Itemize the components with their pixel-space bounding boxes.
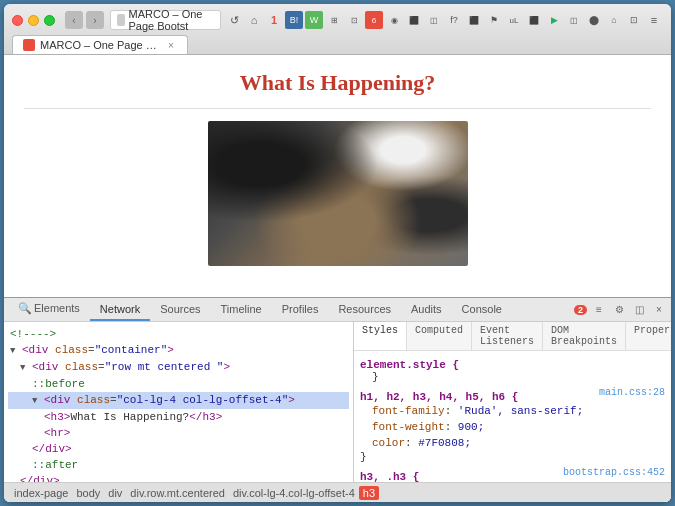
page-heading: What Is Happening? bbox=[240, 70, 436, 96]
styles-tab-dom-bp[interactable]: DOM Breakpoints bbox=[543, 322, 626, 350]
flatlay-image bbox=[208, 121, 468, 266]
adblock-icon[interactable]: 1 bbox=[265, 11, 283, 29]
style-selector-row2: h3, .h3 { bootstrap.css:452 bbox=[360, 467, 665, 482]
breadcrumb-h3[interactable]: h3 bbox=[359, 486, 379, 500]
evernote-icon[interactable]: W bbox=[305, 11, 323, 29]
style-rule-font-weight: font-weight: 900; bbox=[360, 419, 665, 435]
style-block-h3: h3, .h3 { bootstrap.css:452 font-size: 2… bbox=[360, 467, 665, 482]
breadcrumb-bar: index-page body div div.row.mt.centered … bbox=[4, 482, 671, 502]
ext15-icon[interactable]: ⊡ bbox=[625, 11, 643, 29]
breadcrumb-div[interactable]: div bbox=[104, 486, 126, 500]
close-button[interactable] bbox=[12, 15, 23, 26]
ext1-icon[interactable]: ⊞ bbox=[325, 11, 343, 29]
tab-title: MARCO – One Page Bootst bbox=[40, 39, 160, 51]
style-selector-h3: h3, .h3 { bbox=[360, 471, 419, 482]
style-block-close1: } bbox=[360, 371, 665, 383]
style-rule-font-family: font-family: 'Ruda', sans-serif; bbox=[360, 403, 665, 419]
style-file-ref2[interactable]: bootstrap.css:452 bbox=[563, 467, 665, 482]
ext8-icon[interactable]: ⬛ bbox=[465, 11, 483, 29]
dt-resources-tab[interactable]: Resources bbox=[328, 299, 401, 321]
breadcrumb-col[interactable]: div.col-lg-4.col-lg-offset-4 bbox=[229, 486, 359, 500]
tab-bar: MARCO – One Page Bootst × bbox=[12, 35, 663, 54]
window-controls bbox=[12, 15, 55, 26]
browser-window: ‹ › MARCO – One Page Bootst ↺ ⌂ 1 B! W ⊞… bbox=[4, 4, 671, 502]
dom-line-h3[interactable]: <h3>What Is Happening?</h3> bbox=[8, 409, 349, 425]
dt-settings-icon[interactable]: ⚙ bbox=[611, 302, 627, 318]
ext4-icon[interactable]: ◉ bbox=[385, 11, 403, 29]
styles-tab-styles[interactable]: Styles bbox=[354, 322, 407, 350]
styles-panel[interactable]: Styles Computed Event Listeners DOM Brea… bbox=[354, 322, 671, 482]
dom-line-col-selected[interactable]: <div class="col-lg-4 col-lg-offset-4"> bbox=[8, 392, 349, 409]
style-file-ref1[interactable]: main.css:28 bbox=[599, 387, 665, 403]
ext2-icon[interactable]: ⊡ bbox=[345, 11, 363, 29]
dt-dock-icon[interactable]: ◫ bbox=[631, 302, 647, 318]
ext10-icon[interactable]: ⬛ bbox=[525, 11, 543, 29]
dt-audits-tab[interactable]: Audits bbox=[401, 299, 452, 321]
ext9-icon[interactable]: uL bbox=[505, 11, 523, 29]
styles-tab-computed[interactable]: Computed bbox=[407, 322, 472, 350]
devtools-panel: 🔍Elements Network Sources Timeline Profi… bbox=[4, 297, 671, 502]
maximize-button[interactable] bbox=[44, 15, 55, 26]
style-block-headings: h1, h2, h3, h4, h5, h6 { main.css:28 fon… bbox=[360, 387, 665, 463]
tab-favicon bbox=[23, 39, 35, 51]
menu-icon[interactable]: ≡ bbox=[645, 11, 663, 29]
dom-line-before: ::before bbox=[8, 376, 349, 392]
styles-tab-props[interactable]: Properties bbox=[626, 322, 671, 350]
ext13-icon[interactable]: ⬤ bbox=[585, 11, 603, 29]
style-selector-row1: h1, h2, h3, h4, h5, h6 { main.css:28 bbox=[360, 387, 665, 403]
browser-toolbar: ↺ ⌂ 1 B! W ⊞ ⊡ 6 ◉ ⬛ ◫ f? ⬛ ⚑ uL ⬛ ▶ ◫ ⬤… bbox=[225, 11, 663, 29]
devtools-right-actions: 2 ≡ ⚙ ◫ × bbox=[574, 302, 667, 318]
ext11-icon[interactable]: ▶ bbox=[545, 11, 563, 29]
dom-panel[interactable]: <!----> <div class="container"> <div cla… bbox=[4, 322, 354, 482]
styles-content: element.style { } h1, h2, h3, h4, h5, h6… bbox=[354, 351, 671, 482]
nav-buttons: ‹ › bbox=[65, 11, 104, 29]
bookmark-icon[interactable]: B! bbox=[285, 11, 303, 29]
ext6-icon[interactable]: ◫ bbox=[425, 11, 443, 29]
style-rule-color: color: #7F0808; bbox=[360, 435, 665, 451]
dt-sources-tab[interactable]: Sources bbox=[150, 299, 210, 321]
style-block-element: element.style { } bbox=[360, 359, 665, 383]
dt-elements-tab[interactable]: 🔍Elements bbox=[8, 298, 90, 321]
reload-icon[interactable]: ↺ bbox=[225, 11, 243, 29]
error-badge: 2 bbox=[574, 305, 587, 315]
address-text: MARCO – One Page Bootst bbox=[129, 8, 215, 32]
flag-icon[interactable]: ⚑ bbox=[485, 11, 503, 29]
dt-close-icon[interactable]: × bbox=[651, 302, 667, 318]
breadcrumb-body[interactable]: body bbox=[72, 486, 104, 500]
ext7-icon[interactable]: f? bbox=[445, 11, 463, 29]
content-area: What Is Happening? 🔍Elements Network Sou… bbox=[4, 55, 671, 502]
title-bar: ‹ › MARCO – One Page Bootst ↺ ⌂ 1 B! W ⊞… bbox=[4, 4, 671, 55]
ext14-icon[interactable]: ⌂ bbox=[605, 11, 623, 29]
breadcrumb-row[interactable]: div.row.mt.centered bbox=[126, 486, 229, 500]
dt-timeline-tab[interactable]: Timeline bbox=[211, 299, 272, 321]
tab-close-button[interactable]: × bbox=[165, 39, 177, 51]
ext12-icon[interactable]: ◫ bbox=[565, 11, 583, 29]
dt-console-tab[interactable]: Console bbox=[452, 299, 512, 321]
dt-network-tab[interactable]: Network bbox=[90, 299, 150, 321]
back-button[interactable]: ‹ bbox=[65, 11, 83, 29]
forward-button[interactable]: › bbox=[86, 11, 104, 29]
browser-tab-active[interactable]: MARCO – One Page Bootst × bbox=[12, 35, 188, 54]
page-divider bbox=[24, 108, 651, 109]
devtools-tab-bar: 🔍Elements Network Sources Timeline Profi… bbox=[4, 298, 671, 322]
styles-tabs: Styles Computed Event Listeners DOM Brea… bbox=[354, 322, 671, 351]
style-block-close2: } bbox=[360, 451, 665, 463]
dom-line-hr[interactable]: <hr> bbox=[8, 425, 349, 441]
ext3-icon[interactable]: 6 bbox=[365, 11, 383, 29]
dom-line-div-close: </div> bbox=[8, 473, 349, 482]
dt-profiles-tab[interactable]: Profiles bbox=[272, 299, 329, 321]
minimize-button[interactable] bbox=[28, 15, 39, 26]
dom-line-row[interactable]: <div class="row mt centered "> bbox=[8, 359, 349, 376]
devtools-body: <!----> <div class="container"> <div cla… bbox=[4, 322, 671, 482]
home-icon[interactable]: ⌂ bbox=[245, 11, 263, 29]
page-favicon bbox=[117, 14, 125, 26]
dom-line-after: ::after bbox=[8, 457, 349, 473]
styles-tab-event[interactable]: Event Listeners bbox=[472, 322, 543, 350]
ext5-icon[interactable]: ⬛ bbox=[405, 11, 423, 29]
style-selector-element: element.style { bbox=[360, 359, 665, 371]
dt-filter-icon[interactable]: ≡ bbox=[591, 302, 607, 318]
address-bar[interactable]: MARCO – One Page Bootst bbox=[110, 10, 221, 30]
dom-line-container-open[interactable]: <div class="container"> bbox=[8, 342, 349, 359]
webpage: What Is Happening? bbox=[4, 55, 671, 297]
breadcrumb-index-page[interactable]: index-page bbox=[10, 486, 72, 500]
